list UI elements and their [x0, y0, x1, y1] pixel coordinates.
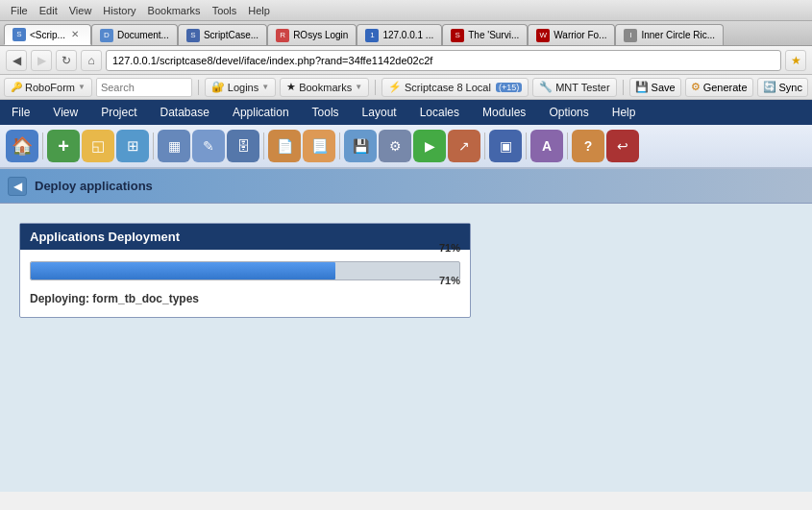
- app-menu-bar: File View Project Database Application T…: [0, 100, 812, 125]
- menu-bookmarks[interactable]: Bookmarks: [143, 5, 206, 16]
- tab-document[interactable]: D Document...: [91, 24, 178, 45]
- toolbar-home-button[interactable]: 🏠: [6, 130, 38, 162]
- tab-favicon-doc: D: [100, 29, 113, 42]
- toolbar-page-button[interactable]: 📃: [303, 130, 335, 162]
- refresh-button[interactable]: ↻: [56, 50, 77, 71]
- home-button[interactable]: ⌂: [81, 50, 102, 71]
- toolbar-save-button[interactable]: 💾: [344, 130, 377, 162]
- toolbar-new-button[interactable]: +: [47, 130, 80, 162]
- deployment-box: Applications Deployment 71% 71% Deployin…: [19, 223, 471, 318]
- tab-rosys[interactable]: R ROsys Login: [267, 24, 357, 45]
- logins-label: Logins: [228, 82, 258, 93]
- logins-button[interactable]: 🔐 Logins ▼: [205, 78, 276, 97]
- bookmarks-dropdown-icon: ▼: [355, 83, 362, 91]
- tab-survi[interactable]: S The 'Survi...: [442, 24, 528, 45]
- toolbar-edit-button[interactable]: ✎: [192, 130, 225, 162]
- mnt-button[interactable]: 🔧 MNT Tester: [532, 78, 616, 97]
- forward-button[interactable]: ▶: [31, 50, 52, 71]
- toolbar: 🏠 + ◱ ⊞ ▦ ✎ 🗄 📄 📃 💾 ⚙ ▶ ↗ ▣ A ? ↩: [0, 125, 812, 169]
- bookmarks-label: Bookmarks: [299, 82, 352, 93]
- tab-warrior[interactable]: W Warrior Fo...: [528, 24, 615, 45]
- tab-bar: S <Scrip... ✕ D Document... S ScriptCase…: [0, 21, 812, 46]
- menu-view-app[interactable]: View: [41, 100, 89, 125]
- separator-1: [198, 80, 199, 95]
- toolbar-panel-button[interactable]: ▣: [489, 130, 522, 162]
- deploy-toggle-button[interactable]: ◀: [8, 177, 27, 196]
- tab-label-inner: Inner Circle Ric...: [641, 30, 715, 40]
- menu-history[interactable]: History: [98, 5, 140, 16]
- main-content: Applications Deployment 71% 71% Deployin…: [0, 204, 812, 492]
- tab-favicon-ip: 1: [365, 29, 379, 42]
- roboform-icon: 🔑: [11, 82, 22, 92]
- back-button[interactable]: ◀: [6, 50, 27, 71]
- menu-project-app[interactable]: Project: [89, 100, 148, 125]
- menu-file-app[interactable]: File: [0, 100, 41, 125]
- menu-layout-app[interactable]: Layout: [351, 100, 408, 125]
- tab-label-ip: 127.0.0.1 ...: [382, 30, 433, 40]
- tab-scriptcase[interactable]: S ScriptCase...: [178, 24, 267, 45]
- toolbar-sep-5: [526, 133, 527, 159]
- toolbar-sep-6: [567, 133, 568, 159]
- tab-favicon-sc: S: [186, 29, 200, 42]
- tab-favicon-surv: S: [451, 29, 464, 42]
- tab-close-scrip[interactable]: ✕: [71, 29, 83, 40]
- deploy-toggle-icon: ◀: [13, 180, 22, 193]
- tab-label-scrip: <Scrip...: [30, 30, 65, 40]
- nav-bar: ◀ ▶ ↻ ⌂ ★: [0, 46, 812, 75]
- toolbar-grid-button[interactable]: ▦: [158, 130, 190, 162]
- tab-ip[interactable]: 1 127.0.0.1 ...: [357, 24, 442, 45]
- menu-view[interactable]: View: [64, 5, 97, 16]
- sync-button[interactable]: 🔄 Sync: [757, 78, 808, 97]
- tab-scrip[interactable]: S <Scrip... ✕: [4, 24, 91, 45]
- bookmark-star[interactable]: ★: [785, 50, 806, 71]
- toolbar-sep-1: [153, 133, 154, 159]
- tab-favicon-ro: R: [276, 29, 289, 42]
- toolbar-doc-button[interactable]: 📄: [268, 130, 301, 162]
- mnt-label: MNT Tester: [555, 82, 609, 93]
- menu-locales-app[interactable]: Locales: [408, 100, 471, 125]
- toolbar-deploy-button[interactable]: ↗: [448, 130, 480, 162]
- toolbar-sep-0: [42, 133, 43, 159]
- menu-edit[interactable]: Edit: [35, 5, 62, 16]
- tab-label-sc: ScriptCase...: [204, 30, 258, 40]
- progress-percent-label: 71%: [439, 242, 460, 254]
- roboform-button[interactable]: 🔑 RoboForm ▼: [4, 78, 92, 97]
- title-bar: File Edit View History Bookmarks Tools H…: [0, 0, 812, 21]
- separator-3: [623, 80, 624, 95]
- menu-tools[interactable]: Tools: [208, 5, 242, 16]
- toolbar-folder-button[interactable]: ⊞: [116, 130, 149, 162]
- toolbar-exit-button[interactable]: ↩: [606, 130, 639, 162]
- separator-2: [375, 80, 376, 95]
- toolbar-gear-button[interactable]: ⚙: [379, 130, 411, 162]
- menu-help-app[interactable]: Help: [601, 100, 648, 125]
- toolbar-sep-3: [339, 133, 340, 159]
- tab-inner[interactable]: I Inner Circle Ric...: [615, 24, 724, 45]
- sync-label: Sync: [779, 82, 802, 93]
- toolbar-open-button[interactable]: ◱: [82, 130, 114, 162]
- toolbar-label-button[interactable]: A: [530, 130, 563, 162]
- toolbar-play-button[interactable]: ▶: [413, 130, 446, 162]
- scriptcase-label: Scriptcase 8 Local: [405, 82, 491, 93]
- toolbar-help-button[interactable]: ?: [572, 130, 604, 162]
- menu-database-app[interactable]: Database: [149, 100, 221, 125]
- roboform-dropdown-icon: ▼: [78, 83, 86, 91]
- menu-tools-app[interactable]: Tools: [301, 100, 351, 125]
- menu-options-app[interactable]: Options: [537, 100, 600, 125]
- bookmarks-button[interactable]: ★ Bookmarks ▼: [280, 78, 369, 97]
- tab-label-warr: Warrior Fo...: [554, 30, 606, 40]
- deploy-header: ◀ Deploy applications: [0, 169, 812, 204]
- generate-label: Generate: [703, 82, 748, 93]
- tab-favicon-scrip: S: [12, 28, 26, 41]
- deployment-box-title: Applications Deployment: [30, 230, 180, 244]
- menu-application-app[interactable]: Application: [221, 100, 301, 125]
- toolbar-db-button[interactable]: 🗄: [227, 130, 259, 162]
- scriptcase-button[interactable]: ⚡ Scriptcase 8 Local (+15): [381, 78, 529, 97]
- menu-help[interactable]: Help: [243, 5, 275, 16]
- save-button[interactable]: 💾 Save: [629, 78, 681, 97]
- scriptcase-icon: ⚡: [388, 81, 402, 93]
- menu-file[interactable]: File: [6, 5, 33, 16]
- address-bar[interactable]: [106, 50, 781, 71]
- menu-modules-app[interactable]: Modules: [471, 100, 537, 125]
- search-input[interactable]: [96, 78, 192, 97]
- generate-button[interactable]: ⚙ Generate: [685, 78, 753, 97]
